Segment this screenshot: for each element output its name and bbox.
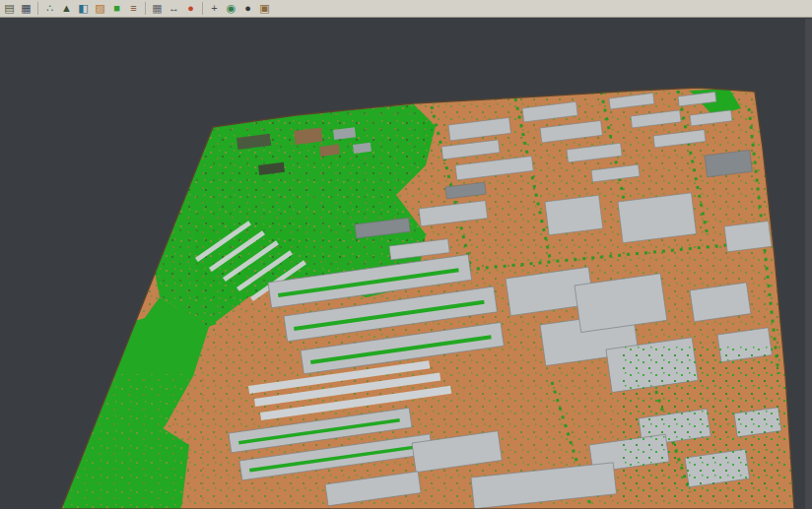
record-icon[interactable]: ● — [183, 1, 198, 16]
open-project-icon[interactable]: ▤ — [2, 1, 17, 16]
toolbar-separator — [145, 2, 146, 15]
contours-icon[interactable]: ≡ — [126, 1, 141, 16]
measure-icon[interactable]: ↔ — [167, 1, 181, 16]
screenshot-icon[interactable]: ▣ — [257, 1, 272, 16]
save-icon[interactable]: ▦ — [19, 1, 34, 16]
classification-view-icon[interactable]: ■ — [109, 1, 124, 16]
toolbar-separator — [37, 2, 38, 15]
toolbar-separator — [202, 2, 203, 15]
point-cloud-icon[interactable]: ∴ — [42, 1, 57, 16]
window-right-strip — [805, 19, 812, 509]
triangulate-icon[interactable]: ▲ — [59, 1, 74, 16]
texture-view-icon[interactable]: ▨ — [93, 1, 107, 16]
application-window: ▤▦∴▲◧▨■≡▦↔●+◉●▣ — [0, 0, 812, 509]
globe-icon[interactable]: ● — [240, 1, 255, 16]
elevation-view-icon[interactable]: ◧ — [76, 1, 91, 16]
pan-icon[interactable]: + — [207, 1, 222, 16]
orbit-view-icon[interactable]: ◉ — [224, 1, 238, 16]
toolbar: ▤▦∴▲◧▨■≡▦↔●+◉●▣ — [0, 0, 812, 18]
3d-viewport[interactable] — [0, 19, 812, 509]
grid-icon[interactable]: ▦ — [150, 1, 165, 16]
rendered-scene — [0, 19, 812, 509]
